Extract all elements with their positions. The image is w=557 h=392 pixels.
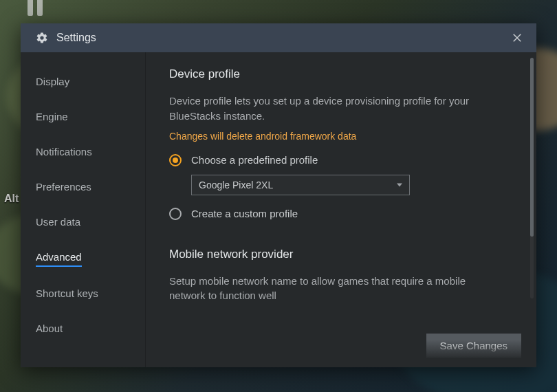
sidebar-item-preferences[interactable]: Preferences [36,174,91,199]
sidebar: Display Engine Notifications Preferences… [21,52,146,367]
sidebar-item-user-data[interactable]: User data [36,209,80,235]
content-scroll[interactable]: Device profile Device profile lets you s… [146,52,536,323]
hud-label: Alt [4,193,19,205]
content-wrap: Device profile Device profile lets you s… [146,52,536,367]
radio-label: Create a custom profile [191,208,298,219]
titlebar: Settings [21,23,536,52]
settings-modal: Settings Display Engine Notifications Pr… [21,23,536,367]
chevron-down-icon [397,183,402,186]
footer: Save Changes [146,323,536,367]
device-profile-select[interactable]: Google Pixel 2XL [191,175,410,195]
radio-custom-profile[interactable]: Create a custom profile [169,208,513,220]
section-title-device-profile: Device profile [169,67,513,81]
pause-icon [28,0,43,16]
warning-text: Changes will delete android framework da… [169,131,513,142]
radio-label: Choose a predefined profile [191,154,318,166]
sidebar-item-display[interactable]: Display [36,69,69,94]
sidebar-item-engine[interactable]: Engine [36,104,68,129]
radio-predefined-profile[interactable]: Choose a predefined profile [169,154,513,166]
close-button[interactable] [510,31,524,45]
sidebar-item-about[interactable]: About [36,316,63,341]
radio-icon [169,208,182,220]
modal-body: Display Engine Notifications Preferences… [21,52,536,367]
save-changes-button[interactable]: Save Changes [426,334,521,358]
scrollbar-track[interactable] [530,58,534,298]
sidebar-item-advanced[interactable]: Advanced [36,244,82,267]
radio-icon [169,154,182,166]
section-desc-device-profile: Device profile lets you set up a device … [169,94,499,124]
select-value: Google Pixel 2XL [199,179,273,190]
scrollbar-thumb[interactable] [530,58,534,237]
sidebar-item-shortcut-keys[interactable]: Shortcut keys [36,281,98,306]
modal-title: Settings [56,32,510,44]
sidebar-item-notifications[interactable]: Notifications [36,139,92,164]
section-desc-mobile-network: Setup mobile network name to allow games… [169,274,499,304]
gear-icon [36,32,48,44]
section-title-mobile-network: Mobile network provider [169,248,513,261]
